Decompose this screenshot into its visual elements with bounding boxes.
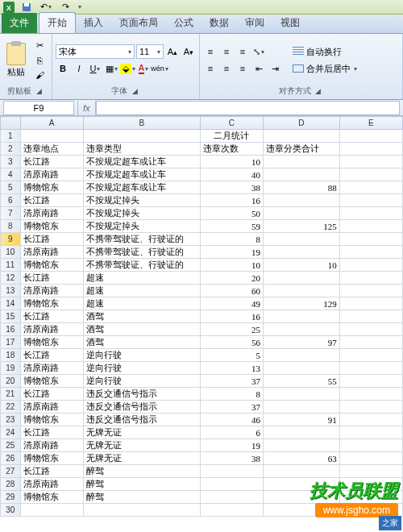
cell-A22[interactable]: 清原南路: [20, 401, 83, 414]
cell-D6[interactable]: [263, 194, 339, 207]
cell-A6[interactable]: 长江路: [20, 194, 83, 207]
row-header-10[interactable]: 10: [1, 246, 21, 259]
cell-B4[interactable]: 不按规定超车或让车: [83, 168, 200, 181]
font-launcher[interactable]: ◢: [130, 86, 140, 96]
cell-E17[interactable]: [339, 336, 402, 349]
cell-E26[interactable]: [339, 452, 402, 465]
cell-B19[interactable]: 逆向行驶: [83, 362, 200, 375]
increase-indent-button[interactable]: ⇥: [268, 61, 282, 76]
border-button[interactable]: ▦▾: [104, 61, 118, 76]
cell-E9[interactable]: [339, 233, 402, 246]
cell-B3[interactable]: 不按规定超车或让车: [83, 156, 200, 168]
cell-D22[interactable]: [263, 401, 339, 414]
row-header-16[interactable]: 16: [1, 323, 21, 336]
row-header-17[interactable]: 17: [1, 336, 21, 349]
decrease-font-button[interactable]: A▾: [181, 44, 196, 59]
cell-D19[interactable]: [263, 362, 339, 375]
cell-C7[interactable]: 50: [200, 207, 263, 220]
cell-C13[interactable]: 60: [200, 285, 263, 297]
cell-C5[interactable]: 38: [200, 181, 263, 194]
cell-E21[interactable]: [339, 388, 402, 401]
row-header-27[interactable]: 27: [1, 465, 21, 478]
cell-D17[interactable]: 97: [263, 336, 339, 349]
row-header-11[interactable]: 11: [1, 259, 21, 272]
cell-D4[interactable]: [263, 168, 339, 181]
format-painter-button[interactable]: 🖌: [32, 68, 47, 82]
cell-E11[interactable]: [339, 259, 402, 272]
cut-button[interactable]: ✂: [32, 39, 47, 53]
cell-A10[interactable]: 清原南路: [20, 246, 83, 259]
cell-C25[interactable]: 19: [200, 439, 263, 452]
cell-B18[interactable]: 逆向行驶: [83, 349, 200, 362]
cell-B17[interactable]: 酒驾: [83, 336, 200, 349]
cell-B15[interactable]: 酒驾: [83, 310, 200, 323]
cell-C16[interactable]: 25: [200, 323, 263, 336]
cell-B28[interactable]: 醉驾: [83, 478, 200, 491]
cell-C10[interactable]: 19: [200, 246, 263, 259]
cell-C22[interactable]: 37: [200, 401, 263, 414]
cell-D29[interactable]: [263, 491, 339, 504]
cell-A19[interactable]: 清原南路: [20, 362, 83, 375]
cell-E15[interactable]: [339, 310, 402, 323]
cell-E2[interactable]: [339, 143, 402, 156]
row-header-9[interactable]: 9: [1, 233, 21, 246]
cell-B10[interactable]: 不携带驾驶证、行驶证的: [83, 246, 200, 259]
row-header-23[interactable]: 23: [1, 414, 21, 426]
cell-A16[interactable]: 清原南路: [20, 323, 83, 336]
merge-center-button[interactable]: 合并后居中▾: [289, 61, 361, 76]
row-header-24[interactable]: 24: [1, 426, 21, 439]
cell-E13[interactable]: [339, 285, 402, 297]
cell-D27[interactable]: [263, 465, 339, 478]
cell-A7[interactable]: 清原南路: [20, 207, 83, 220]
cell-D3[interactable]: [263, 156, 339, 168]
cell-A4[interactable]: 清原南路: [20, 168, 83, 181]
row-header-2[interactable]: 2: [1, 143, 21, 156]
cell-B12[interactable]: 超速: [83, 272, 200, 285]
cell-A15[interactable]: 长江路: [20, 310, 83, 323]
formula-bar[interactable]: [96, 101, 400, 115]
cell-D5[interactable]: 88: [263, 181, 339, 194]
cell-C26[interactable]: 38: [200, 452, 263, 465]
row-header-19[interactable]: 19: [1, 362, 21, 375]
align-bottom-button[interactable]: ≡: [235, 44, 250, 59]
row-header-6[interactable]: 6: [1, 194, 21, 207]
cell-A18[interactable]: 长江路: [20, 349, 83, 362]
cell-E10[interactable]: [339, 246, 402, 259]
cell-E5[interactable]: [339, 181, 402, 194]
cell-A21[interactable]: 长江路: [20, 388, 83, 401]
cell-D7[interactable]: [263, 207, 339, 220]
row-header-12[interactable]: 12: [1, 272, 21, 285]
row-header-3[interactable]: 3: [1, 156, 21, 168]
cell-E19[interactable]: [339, 362, 402, 375]
cell-B21[interactable]: 违反交通信号指示: [83, 388, 200, 401]
cell-D23[interactable]: 91: [263, 414, 339, 426]
cell-C12[interactable]: 20: [200, 272, 263, 285]
qat-customize[interactable]: ▾: [78, 3, 81, 10]
cell-C27[interactable]: [200, 465, 263, 478]
cell-E16[interactable]: [339, 323, 402, 336]
cell-B23[interactable]: 违反交通信号指示: [83, 414, 200, 426]
row-header-15[interactable]: 15: [1, 310, 21, 323]
row-header-8[interactable]: 8: [1, 220, 21, 233]
cell-A12[interactable]: 长江路: [20, 272, 83, 285]
column-header-B[interactable]: B: [83, 117, 200, 130]
cell-D25[interactable]: [263, 439, 339, 452]
cell-D21[interactable]: [263, 388, 339, 401]
cell-A17[interactable]: 博物馆东: [20, 336, 83, 349]
orientation-button[interactable]: ⤡▾: [251, 44, 266, 59]
cell-A13[interactable]: 清原南路: [20, 285, 83, 297]
tab-home[interactable]: 开始: [39, 12, 76, 33]
phonetic-button[interactable]: wén▾: [152, 61, 167, 76]
cell-E12[interactable]: [339, 272, 402, 285]
cell-D2[interactable]: 违章分类合计: [263, 143, 339, 156]
cell-A8[interactable]: 博物馆东: [20, 220, 83, 233]
cell-A3[interactable]: 长江路: [20, 156, 83, 168]
row-header-20[interactable]: 20: [1, 375, 21, 388]
cell-A27[interactable]: 长江路: [20, 465, 83, 478]
cell-D14[interactable]: 129: [263, 297, 339, 310]
cell-E18[interactable]: [339, 349, 402, 362]
cell-D20[interactable]: 55: [263, 375, 339, 388]
cell-A5[interactable]: 博物馆东: [20, 181, 83, 194]
row-header-21[interactable]: 21: [1, 388, 21, 401]
row-header-4[interactable]: 4: [1, 168, 21, 181]
